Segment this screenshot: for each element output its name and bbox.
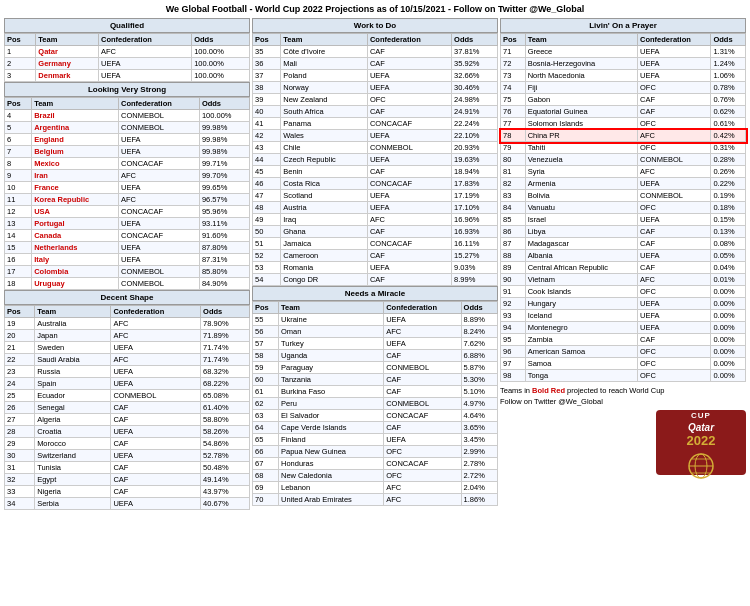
table-cell: CAF — [367, 46, 451, 58]
table-cell: Colombia — [32, 266, 119, 278]
table-cell: 0.22% — [711, 178, 746, 190]
table-cell: 90 — [501, 274, 526, 286]
table-cell: 31 — [5, 462, 35, 474]
table-cell: 9.03% — [452, 262, 498, 274]
table-cell: American Samoa — [525, 346, 637, 358]
table-cell: 56 — [253, 326, 279, 338]
table-row: 21SwedenUEFA71.74% — [5, 342, 250, 354]
lop-header: Livin' On a Prayer — [500, 18, 746, 33]
table-cell: 27 — [5, 414, 35, 426]
table-cell: CAF — [111, 462, 201, 474]
table-cell: OFC — [638, 346, 711, 358]
table-cell: Congo DR — [281, 274, 368, 286]
table-row: 86LibyaCAF0.13% — [501, 226, 746, 238]
table-row: 47ScotlandUEFA17.19% — [253, 190, 498, 202]
table-row: 43ChileCONMEBOL20.93% — [253, 142, 498, 154]
col-odds: Odds — [201, 306, 250, 318]
table-cell: 38 — [253, 82, 281, 94]
table-cell: Montenegro — [525, 322, 637, 334]
table-cell: 10 — [5, 182, 32, 194]
table-cell: UEFA — [367, 70, 451, 82]
table-cell: Egypt — [35, 474, 111, 486]
table-cell: Israel — [525, 214, 637, 226]
table-row: 37PolandUEFA32.66% — [253, 70, 498, 82]
table-row: 48AustriaUEFA17.10% — [253, 202, 498, 214]
table-row: 41PanamaCONCACAF22.24% — [253, 118, 498, 130]
table-cell: Iceland — [525, 310, 637, 322]
table-cell: CAF — [367, 166, 451, 178]
table-cell: Costa Rica — [281, 178, 368, 190]
table-cell: Canada — [32, 230, 119, 242]
table-cell: UEFA — [638, 322, 711, 334]
table-cell: CAF — [638, 94, 711, 106]
table-cell: 2.78% — [461, 458, 497, 470]
table-cell: 0.00% — [711, 310, 746, 322]
qualified-header: Qualified — [4, 18, 250, 33]
table-cell: CONCACAF — [119, 230, 200, 242]
table-cell: South Africa — [281, 106, 368, 118]
table-row: 38NorwayUEFA30.46% — [253, 82, 498, 94]
table-cell: 34 — [5, 498, 35, 510]
table-row: 64Cape Verde IslandsCAF3.65% — [253, 422, 498, 434]
table-row: 44Czech RepublicUEFA19.63% — [253, 154, 498, 166]
lvs-header: Looking Very Strong — [4, 82, 250, 97]
table-row: 66Papua New GuineaOFC2.99% — [253, 446, 498, 458]
table-cell: 0.13% — [711, 226, 746, 238]
table-cell: 88 — [501, 250, 526, 262]
table-cell: 24 — [5, 378, 35, 390]
table-cell: CONMEBOL — [119, 278, 200, 290]
table-cell: 46 — [253, 178, 281, 190]
table-cell: 99.98% — [199, 122, 249, 134]
table-cell: 87.80% — [199, 242, 249, 254]
table-row: 68New CaledoniaOFC2.72% — [253, 470, 498, 482]
table-cell: 91.60% — [199, 230, 249, 242]
table-cell: Venezuela — [525, 154, 637, 166]
table-cell: 47 — [253, 190, 281, 202]
lop-table: Pos Team Confederation Odds 71GreeceUEFA… — [500, 33, 746, 382]
table-cell: 3.65% — [461, 422, 497, 434]
table-row: 65FinlandUEFA3.45% — [253, 434, 498, 446]
table-row: 17ColombiaCONMEBOL85.80% — [5, 266, 250, 278]
table-cell: 13 — [5, 218, 32, 230]
table-cell: Korea Republic — [32, 194, 119, 206]
ds-table: Pos Team Confederation Odds 19AustraliaA… — [4, 305, 250, 510]
table-cell: Chile — [281, 142, 368, 154]
table-cell: 97 — [501, 358, 526, 370]
col-team: Team — [32, 98, 119, 110]
col-conf: Confederation — [119, 98, 200, 110]
table-cell: 65 — [253, 434, 279, 446]
table-cell: CONMEBOL — [119, 122, 200, 134]
table-row: 62PeruCONMEBOL4.97% — [253, 398, 498, 410]
table-cell: UEFA — [384, 338, 461, 350]
table-cell: 24.91% — [452, 106, 498, 118]
table-row: 82ArmeniaUEFA0.22% — [501, 178, 746, 190]
main-title: We Global Football - World Cup 2022 Proj… — [4, 4, 746, 14]
table-cell: UEFA — [638, 214, 711, 226]
table-cell: UEFA — [638, 310, 711, 322]
nm-table: Pos Team Confederation Odds 55UkraineUEF… — [252, 301, 498, 506]
col-team: Team — [281, 34, 368, 46]
table-cell: CAF — [111, 474, 201, 486]
page-wrapper: We Global Football - World Cup 2022 Proj… — [0, 0, 750, 514]
table-cell: Tanzania — [279, 374, 384, 386]
table-cell: 5.10% — [461, 386, 497, 398]
table-cell: Oman — [279, 326, 384, 338]
table-cell: Romania — [281, 262, 368, 274]
table-row: 83BoliviaCONMEBOL0.19% — [501, 190, 746, 202]
col-odds: Odds — [192, 34, 250, 46]
table-row: 19AustraliaAFC78.90% — [5, 318, 250, 330]
table-cell: 86 — [501, 226, 526, 238]
table-cell: 8.24% — [461, 326, 497, 338]
table-cell: CONMEBOL — [111, 390, 201, 402]
table-cell: UEFA — [638, 298, 711, 310]
table-cell: 95 — [501, 334, 526, 346]
table-row: 10FranceUEFA99.65% — [5, 182, 250, 194]
table-cell: Honduras — [279, 458, 384, 470]
table-cell: CONMEBOL — [119, 266, 200, 278]
table-cell: Greece — [525, 46, 637, 58]
middle-column: Work to Do Pos Team Confederation Odds 3… — [252, 18, 498, 506]
table-cell: 54.86% — [201, 438, 250, 450]
table-cell: 15.27% — [452, 250, 498, 262]
table-cell: 19 — [5, 318, 35, 330]
table-cell: UEFA — [98, 58, 191, 70]
